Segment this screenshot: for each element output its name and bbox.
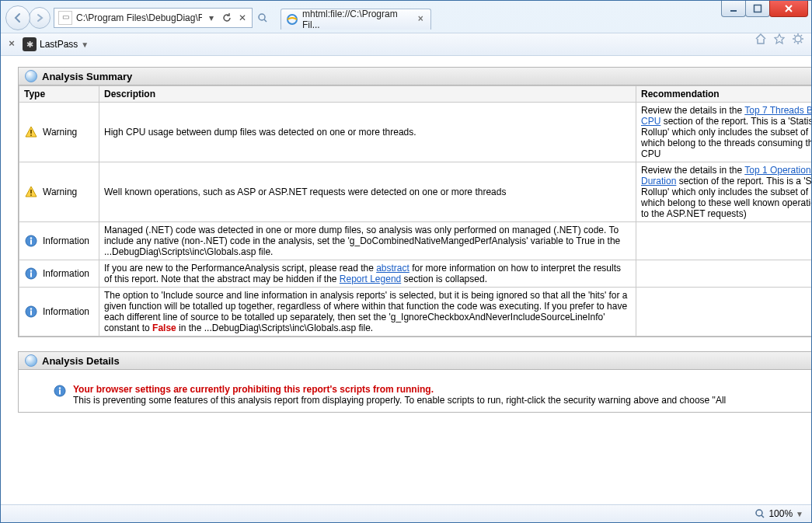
- window-controls: [722, 1, 808, 17]
- svg-line-13: [801, 42, 803, 44]
- address-bar[interactable]: ▭ ▾ ✕: [54, 8, 253, 28]
- svg-point-27: [30, 308, 32, 309]
- extension-dropdown-icon[interactable]: ▼: [81, 40, 89, 49]
- script-blocked-explain: This is preventing some features of this…: [73, 395, 726, 406]
- svg-line-15: [801, 35, 803, 37]
- home-icon[interactable]: [754, 32, 768, 46]
- col-type: Type: [19, 86, 99, 103]
- extension-toolbar: × ✱ LastPass ▼: [1, 33, 811, 56]
- info-icon: [24, 267, 38, 281]
- svg-line-12: [794, 35, 796, 37]
- favorites-icon[interactable]: [772, 32, 786, 46]
- svg-rect-28: [30, 311, 32, 316]
- script-blocked-warning: Your browser settings are currently proh…: [73, 384, 726, 395]
- address-dropdown-icon[interactable]: ▾: [204, 10, 219, 26]
- svg-point-21: [30, 237, 32, 239]
- svg-line-14: [794, 42, 796, 44]
- svg-rect-22: [30, 240, 32, 245]
- table-row: Information Managed (.NET) code was dete…: [19, 222, 812, 260]
- tools-icon[interactable]: [791, 32, 805, 46]
- lastpass-icon[interactable]: ✱: [23, 37, 37, 51]
- analysis-details-title: Analysis Details: [42, 355, 120, 367]
- status-bar: 100% ▼: [1, 504, 811, 522]
- search-icon[interactable]: [253, 10, 273, 26]
- warning-icon: [24, 125, 38, 139]
- svg-point-17: [30, 134, 32, 136]
- desc-text-post: section is collapsed.: [401, 274, 487, 284]
- zoom-dropdown-icon[interactable]: ▼: [796, 510, 803, 518]
- report-body: Analysis Summary Type Description Recomm…: [1, 56, 811, 442]
- summary-table: Type Description Recommendation: [19, 85, 811, 336]
- back-button[interactable]: [5, 5, 30, 30]
- analysis-summary-title: Analysis Summary: [42, 71, 132, 82]
- svg-line-5: [264, 19, 267, 22]
- analysis-summary-header: Analysis Summary: [19, 68, 811, 85]
- section-bullet-icon: [25, 354, 37, 367]
- rec-cell: [636, 288, 812, 336]
- report-legend-link[interactable]: Report Legend: [340, 274, 401, 284]
- ie-icon: [286, 13, 298, 26]
- navigation-bar: ▭ ▾ ✕ mhtml:file://C:\Program Fil... ×: [1, 1, 811, 33]
- info-icon: [24, 234, 38, 248]
- maximize-button[interactable]: [745, 1, 770, 17]
- svg-point-32: [756, 510, 762, 516]
- desc-text-post: in the ...DebugDiag\Scripts\inc\Globals.…: [176, 323, 373, 333]
- desc-cell: The option to 'Include source and line i…: [99, 288, 636, 336]
- info-icon: [53, 384, 67, 398]
- extension-name[interactable]: LastPass: [40, 39, 78, 50]
- details-body: Your browser settings are currently proh…: [19, 370, 811, 412]
- rec-cell: [636, 222, 812, 260]
- type-label: Warning: [43, 127, 77, 138]
- analysis-summary-section: Analysis Summary Type Description Recomm…: [18, 67, 811, 337]
- page-viewport[interactable]: Analysis Summary Type Description Recomm…: [1, 56, 811, 504]
- toolbar-close-icon[interactable]: ×: [5, 38, 18, 51]
- analysis-details-section: Analysis Details Your browser settings a…: [18, 351, 811, 413]
- type-label: Information: [43, 235, 89, 246]
- abstract-link[interactable]: abstract: [376, 263, 409, 274]
- type-label: Warning: [43, 187, 77, 197]
- table-row: Information The option to 'Include sourc…: [19, 288, 812, 336]
- desc-cell: Well known operations, such as ASP or AS…: [99, 162, 636, 222]
- rec-cell: Review the details in the Top 1 Operatio…: [636, 162, 812, 222]
- zoom-level[interactable]: 100%: [768, 508, 793, 519]
- analysis-details-header: Analysis Details: [19, 352, 811, 370]
- table-row: Warning High CPU usage between dump file…: [19, 103, 812, 162]
- info-icon: [24, 305, 38, 319]
- type-label: Information: [43, 306, 89, 317]
- false-keyword: False: [152, 323, 176, 333]
- zoom-icon[interactable]: [754, 507, 766, 520]
- nav-buttons: [5, 5, 49, 30]
- desc-text: If you are new to the PerformanceAnalysi…: [104, 263, 376, 274]
- svg-line-33: [761, 515, 764, 518]
- svg-point-4: [259, 14, 265, 20]
- section-bullet-icon: [25, 70, 37, 82]
- rec-cell: [636, 260, 812, 288]
- desc-cell: If you are new to the PerformanceAnalysi…: [99, 260, 636, 288]
- desc-cell: Managed (.NET) code was detected in one …: [99, 222, 636, 260]
- browser-window: ▭ ▾ ✕ mhtml:file://C:\Program Fil... ×: [0, 0, 812, 523]
- minimize-button[interactable]: [721, 1, 746, 17]
- svg-point-7: [795, 36, 801, 42]
- address-input[interactable]: [75, 12, 204, 24]
- type-label: Information: [43, 268, 89, 279]
- rec-text: Review the details in the: [641, 105, 744, 116]
- stop-icon[interactable]: ✕: [235, 10, 250, 26]
- warning-icon: [24, 185, 38, 199]
- tab-close-icon[interactable]: ×: [416, 14, 426, 25]
- desc-cell: High CPU usage between dump files was de…: [99, 103, 636, 162]
- page-icon: ▭: [58, 11, 72, 25]
- refresh-icon[interactable]: [219, 10, 235, 26]
- table-row: Information If you are new to the Perfor…: [19, 260, 812, 288]
- browser-tab[interactable]: mhtml:file://C:\Program Fil... ×: [281, 9, 431, 30]
- col-description: Description: [99, 86, 636, 103]
- svg-point-30: [59, 387, 61, 389]
- tab-title: mhtml:file://C:\Program Fil...: [302, 9, 412, 30]
- chrome-right-controls: [754, 32, 805, 46]
- svg-point-24: [30, 270, 32, 271]
- svg-rect-25: [30, 273, 32, 277]
- forward-button[interactable]: [29, 7, 51, 29]
- svg-point-19: [30, 194, 32, 196]
- rec-text: Review the details in the: [641, 165, 744, 176]
- tab-strip: mhtml:file://C:\Program Fil... ×: [281, 9, 431, 30]
- close-button[interactable]: [769, 1, 808, 17]
